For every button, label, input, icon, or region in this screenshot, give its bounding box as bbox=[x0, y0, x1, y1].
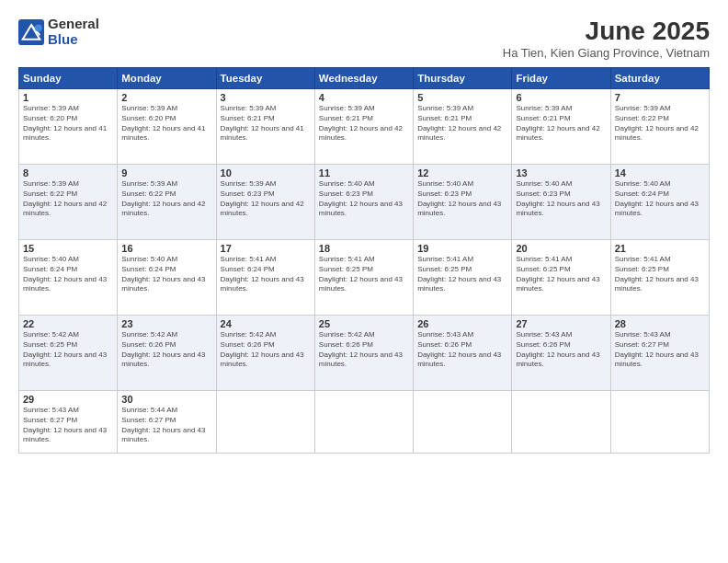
calendar-week-5: 29 Sunrise: 5:43 AMSunset: 6:27 PMDaylig… bbox=[19, 391, 710, 454]
day-number: 30 bbox=[121, 394, 211, 405]
day-info: Sunrise: 5:39 AMSunset: 6:20 PMDaylight:… bbox=[121, 104, 211, 144]
svg-rect-0 bbox=[18, 19, 44, 45]
col-saturday: Saturday bbox=[610, 68, 709, 89]
day-number: 5 bbox=[417, 92, 507, 103]
day-info: Sunrise: 5:42 AMSunset: 6:26 PMDaylight:… bbox=[319, 330, 409, 370]
day-info: Sunrise: 5:41 AMSunset: 6:25 PMDaylight:… bbox=[319, 255, 409, 294]
day-info: Sunrise: 5:40 AMSunset: 6:23 PMDaylight:… bbox=[417, 179, 507, 219]
table-row: 28 Sunrise: 5:43 AMSunset: 6:27 PMDaylig… bbox=[610, 316, 709, 391]
calendar-week-4: 22 Sunrise: 5:42 AMSunset: 6:25 PMDaylig… bbox=[19, 316, 710, 391]
day-number: 6 bbox=[516, 92, 606, 103]
day-number: 8 bbox=[23, 167, 113, 178]
day-info: Sunrise: 5:41 AMSunset: 6:25 PMDaylight:… bbox=[516, 255, 606, 294]
table-row bbox=[216, 391, 314, 454]
table-row: 10 Sunrise: 5:39 AMSunset: 6:23 PMDaylig… bbox=[216, 165, 314, 240]
day-info: Sunrise: 5:39 AMSunset: 6:22 PMDaylight:… bbox=[121, 179, 211, 219]
day-info: Sunrise: 5:41 AMSunset: 6:25 PMDaylight:… bbox=[615, 255, 705, 294]
table-row: 18 Sunrise: 5:41 AMSunset: 6:25 PMDaylig… bbox=[314, 240, 413, 316]
day-number: 29 bbox=[23, 394, 113, 405]
day-info: Sunrise: 5:44 AMSunset: 6:27 PMDaylight:… bbox=[121, 406, 211, 445]
table-row: 16 Sunrise: 5:40 AMSunset: 6:24 PMDaylig… bbox=[118, 240, 216, 316]
logo-text: General Blue bbox=[48, 17, 99, 47]
table-row: 13 Sunrise: 5:40 AMSunset: 6:23 PMDaylig… bbox=[512, 165, 610, 240]
day-info: Sunrise: 5:40 AMSunset: 6:24 PMDaylight:… bbox=[615, 179, 705, 219]
table-row: 29 Sunrise: 5:43 AMSunset: 6:27 PMDaylig… bbox=[19, 391, 118, 454]
table-row: 5 Sunrise: 5:39 AMSunset: 6:21 PMDayligh… bbox=[414, 89, 512, 165]
day-number: 18 bbox=[319, 243, 409, 254]
day-number: 10 bbox=[221, 167, 311, 178]
day-number: 12 bbox=[417, 167, 507, 178]
day-info: Sunrise: 5:40 AMSunset: 6:23 PMDaylight:… bbox=[319, 179, 409, 219]
day-number: 25 bbox=[319, 318, 409, 329]
calendar: Sunday Monday Tuesday Wednesday Thursday… bbox=[18, 67, 710, 454]
table-row bbox=[314, 391, 413, 454]
day-info: Sunrise: 5:39 AMSunset: 6:20 PMDaylight:… bbox=[23, 104, 113, 144]
day-info: Sunrise: 5:39 AMSunset: 6:21 PMDaylight:… bbox=[516, 104, 606, 144]
table-row: 23 Sunrise: 5:42 AMSunset: 6:26 PMDaylig… bbox=[118, 316, 216, 391]
table-row: 24 Sunrise: 5:42 AMSunset: 6:26 PMDaylig… bbox=[216, 316, 314, 391]
day-info: Sunrise: 5:43 AMSunset: 6:26 PMDaylight:… bbox=[516, 330, 606, 370]
header-row: Sunday Monday Tuesday Wednesday Thursday… bbox=[19, 68, 710, 89]
col-friday: Friday bbox=[512, 68, 610, 89]
table-row: 19 Sunrise: 5:41 AMSunset: 6:25 PMDaylig… bbox=[414, 240, 512, 316]
day-number: 17 bbox=[221, 243, 311, 254]
day-number: 19 bbox=[417, 243, 507, 254]
logo-general: General bbox=[48, 17, 99, 32]
day-info: Sunrise: 5:39 AMSunset: 6:22 PMDaylight:… bbox=[23, 179, 113, 219]
day-number: 26 bbox=[417, 318, 507, 329]
day-number: 22 bbox=[23, 318, 113, 329]
month-title: June 2025 bbox=[503, 17, 710, 46]
day-number: 28 bbox=[615, 318, 705, 329]
table-row bbox=[512, 391, 610, 454]
day-info: Sunrise: 5:41 AMSunset: 6:25 PMDaylight:… bbox=[417, 255, 507, 294]
table-row: 15 Sunrise: 5:40 AMSunset: 6:24 PMDaylig… bbox=[19, 240, 118, 316]
day-number: 20 bbox=[516, 243, 606, 254]
day-info: Sunrise: 5:40 AMSunset: 6:23 PMDaylight:… bbox=[516, 179, 606, 219]
table-row: 17 Sunrise: 5:41 AMSunset: 6:24 PMDaylig… bbox=[216, 240, 314, 316]
day-number: 23 bbox=[121, 318, 211, 329]
table-row: 27 Sunrise: 5:43 AMSunset: 6:26 PMDaylig… bbox=[512, 316, 610, 391]
day-info: Sunrise: 5:39 AMSunset: 6:21 PMDaylight:… bbox=[221, 104, 311, 144]
day-info: Sunrise: 5:41 AMSunset: 6:24 PMDaylight:… bbox=[221, 255, 311, 294]
day-info: Sunrise: 5:42 AMSunset: 6:26 PMDaylight:… bbox=[121, 330, 211, 370]
day-number: 15 bbox=[23, 243, 113, 254]
day-number: 27 bbox=[516, 318, 606, 329]
calendar-week-1: 1 Sunrise: 5:39 AMSunset: 6:20 PMDayligh… bbox=[19, 89, 710, 165]
table-row: 3 Sunrise: 5:39 AMSunset: 6:21 PMDayligh… bbox=[216, 89, 314, 165]
table-row: 25 Sunrise: 5:42 AMSunset: 6:26 PMDaylig… bbox=[314, 316, 413, 391]
calendar-week-3: 15 Sunrise: 5:40 AMSunset: 6:24 PMDaylig… bbox=[19, 240, 710, 316]
day-number: 24 bbox=[221, 318, 311, 329]
page: General Blue June 2025 Ha Tien, Kien Gia… bbox=[0, 0, 728, 563]
day-number: 1 bbox=[23, 92, 113, 103]
table-row: 7 Sunrise: 5:39 AMSunset: 6:22 PMDayligh… bbox=[610, 89, 709, 165]
day-number: 3 bbox=[221, 92, 311, 103]
day-number: 11 bbox=[319, 167, 409, 178]
day-number: 16 bbox=[121, 243, 211, 254]
table-row: 30 Sunrise: 5:44 AMSunset: 6:27 PMDaylig… bbox=[118, 391, 216, 454]
day-number: 14 bbox=[615, 167, 705, 178]
table-row: 12 Sunrise: 5:40 AMSunset: 6:23 PMDaylig… bbox=[414, 165, 512, 240]
col-monday: Monday bbox=[118, 68, 216, 89]
day-number: 13 bbox=[516, 167, 606, 178]
day-number: 2 bbox=[121, 92, 211, 103]
day-info: Sunrise: 5:39 AMSunset: 6:22 PMDaylight:… bbox=[615, 104, 705, 144]
title-block: June 2025 Ha Tien, Kien Giang Province, … bbox=[503, 17, 710, 60]
table-row: 26 Sunrise: 5:43 AMSunset: 6:26 PMDaylig… bbox=[414, 316, 512, 391]
svg-point-3 bbox=[35, 24, 42, 31]
day-info: Sunrise: 5:39 AMSunset: 6:23 PMDaylight:… bbox=[221, 179, 311, 219]
table-row bbox=[414, 391, 512, 454]
col-tuesday: Tuesday bbox=[216, 68, 314, 89]
table-row: 14 Sunrise: 5:40 AMSunset: 6:24 PMDaylig… bbox=[610, 165, 709, 240]
day-info: Sunrise: 5:42 AMSunset: 6:25 PMDaylight:… bbox=[23, 330, 113, 370]
day-number: 9 bbox=[121, 167, 211, 178]
day-info: Sunrise: 5:39 AMSunset: 6:21 PMDaylight:… bbox=[417, 104, 507, 144]
table-row: 1 Sunrise: 5:39 AMSunset: 6:20 PMDayligh… bbox=[19, 89, 118, 165]
table-row: 4 Sunrise: 5:39 AMSunset: 6:21 PMDayligh… bbox=[314, 89, 413, 165]
col-wednesday: Wednesday bbox=[314, 68, 413, 89]
table-row: 20 Sunrise: 5:41 AMSunset: 6:25 PMDaylig… bbox=[512, 240, 610, 316]
day-info: Sunrise: 5:39 AMSunset: 6:21 PMDaylight:… bbox=[319, 104, 409, 144]
table-row bbox=[610, 391, 709, 454]
day-info: Sunrise: 5:43 AMSunset: 6:27 PMDaylight:… bbox=[615, 330, 705, 370]
day-info: Sunrise: 5:43 AMSunset: 6:27 PMDaylight:… bbox=[23, 406, 113, 445]
day-info: Sunrise: 5:43 AMSunset: 6:26 PMDaylight:… bbox=[417, 330, 507, 370]
